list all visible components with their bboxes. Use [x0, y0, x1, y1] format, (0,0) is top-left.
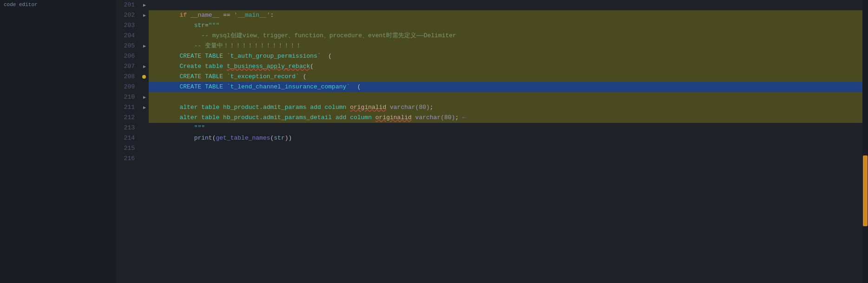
token-space2-208 — [223, 83, 227, 90]
token-assign: = — [205, 22, 209, 29]
token-space2-207 — [223, 73, 227, 80]
token-space-206 — [201, 63, 205, 70]
code-line-215[interactable] — [149, 143, 868, 154]
token-tblname-208: `t_lend_channel_insurance_company` — [227, 83, 350, 90]
token-colon: : — [270, 12, 274, 19]
token-arrow-211: ← — [459, 114, 466, 121]
token-blank-209 — [179, 94, 183, 101]
token-paren-205: ( — [321, 53, 332, 60]
token-alter-210: alter — [179, 104, 197, 111]
token-space-208 — [201, 83, 205, 90]
gutter-216 — [140, 154, 149, 164]
line-num-210: 210 — [116, 92, 135, 102]
line-num-211: 211 — [116, 102, 135, 113]
gutter-207: ▶ — [140, 61, 149, 72]
token-alter-211: alter — [179, 114, 197, 121]
code-area[interactable]: 201 202 203 204 205 206 207 208 209 210 … — [116, 0, 868, 283]
code-line-203[interactable]: -- mysql创建view、trigger、function、procedur… — [149, 20, 868, 31]
token-varchar-211: varchar(80) — [415, 114, 455, 121]
token-space3-211 — [332, 114, 335, 121]
line-num-201: 201 — [116, 0, 135, 10]
token-table-207: TABLE — [205, 73, 223, 80]
code-line-216[interactable] — [149, 154, 868, 164]
token-column-211: column — [350, 114, 372, 121]
line-numbers: 201 202 203 204 205 206 207 208 209 210 … — [116, 0, 140, 283]
code-line-201[interactable]: if __name__ == '__main__': — [149, 0, 868, 10]
token-blank-214 — [179, 145, 183, 152]
token-table-210: table — [201, 104, 219, 111]
token-comment-204: -- 变量中！！！！！！！！！！！！！ — [179, 42, 302, 49]
token-tblname-206: t_business_apply_reback — [227, 63, 310, 70]
token-semi-210: ; — [430, 104, 434, 111]
token-space-205 — [201, 53, 205, 60]
line-num-208: 208 — [116, 72, 135, 82]
line-num-214: 214 — [116, 133, 135, 143]
token-indent-213 — [179, 135, 194, 142]
gutter-206 — [140, 51, 149, 61]
token-triple-quote: """ — [209, 22, 219, 29]
token-space5-210 — [346, 104, 350, 111]
line-num-215: 215 — [116, 143, 135, 154]
token-print-213: print — [194, 135, 212, 142]
scrollbar-y[interactable] — [862, 0, 868, 283]
line-num-212: 212 — [116, 113, 135, 123]
token-space2-205 — [223, 53, 227, 60]
token-table-206: table — [205, 63, 223, 70]
line-num-209: 209 — [116, 82, 135, 92]
token-comment-203: -- mysql创建view、trigger、function、procedur… — [179, 32, 456, 39]
gutter-208 — [140, 72, 149, 82]
token-tblname-211: hb_product.admit_params_detail — [223, 114, 332, 121]
gutter-211: ▶ — [140, 102, 149, 113]
line-num-213: 213 — [116, 123, 135, 133]
token-colname-211: originalid — [375, 114, 412, 121]
line-num-202: 202 — [116, 10, 135, 20]
token-space — [187, 12, 191, 19]
token-table-211: table — [201, 114, 219, 121]
token-create-208: CREATE — [179, 83, 201, 90]
line-num-204: 204 — [116, 31, 135, 41]
line-num-206: 206 — [116, 51, 135, 61]
token-add-211: add — [335, 114, 346, 121]
token-space2-206 — [223, 63, 227, 70]
token-add-210: add — [310, 104, 321, 111]
token-column-210: column — [325, 104, 347, 111]
gutter-215 — [140, 143, 149, 154]
token-paren-207: ( — [299, 73, 307, 80]
token-indent-202 — [179, 22, 194, 29]
token-space6-210 — [386, 104, 390, 111]
token-space4-210 — [321, 104, 325, 111]
gutter-212 — [140, 113, 149, 123]
code-line-210[interactable]: alter table hb_product.admit_params add … — [149, 92, 868, 102]
line-num-203: 203 — [116, 20, 135, 31]
token-space5-211 — [372, 114, 375, 121]
token-space2-210 — [219, 104, 223, 111]
token-table-208: TABLE — [205, 83, 223, 90]
token-eq: == — [219, 12, 234, 19]
token-create-205: CREATE — [179, 53, 201, 60]
code-lines[interactable]: if __name__ == '__main__': str=""" -- my… — [149, 0, 868, 283]
editor-container: code editor 201 202 203 204 205 206 207 … — [0, 0, 868, 283]
sidebar-header: code editor — [0, 0, 116, 9]
token-space6-211 — [412, 114, 415, 121]
token-if: if — [179, 12, 187, 19]
code-line-213[interactable]: print(get_table_names(str)) — [149, 123, 868, 133]
token-get-213: get_table_names — [216, 135, 270, 142]
token-main: '__main__' — [234, 12, 270, 19]
scrollbar-thumb[interactable] — [863, 155, 868, 226]
gutter: ▶ ▶ ▶ ▶ ▶ ▶ — [140, 0, 149, 283]
gutter-213 — [140, 123, 149, 133]
token-str-213: str — [274, 135, 284, 142]
line-num-216: 216 — [116, 154, 135, 164]
token-name: __name__ — [191, 12, 219, 19]
token-varchar-210: varchar(80) — [390, 104, 430, 111]
token-tblname-205: `t_auth_group_permissions` — [227, 53, 321, 60]
token-paren3-213: )) — [285, 135, 292, 142]
token-create-207: CREATE — [179, 73, 201, 80]
token-tblname-210: hb_product.admit_params — [223, 104, 306, 111]
gutter-205: ▶ — [140, 41, 149, 51]
gutter-214 — [140, 133, 149, 143]
line-num-207: 207 — [116, 61, 135, 72]
gutter-204 — [140, 31, 149, 41]
gutter-203 — [140, 20, 149, 31]
gutter-201: ▶ — [140, 0, 149, 10]
